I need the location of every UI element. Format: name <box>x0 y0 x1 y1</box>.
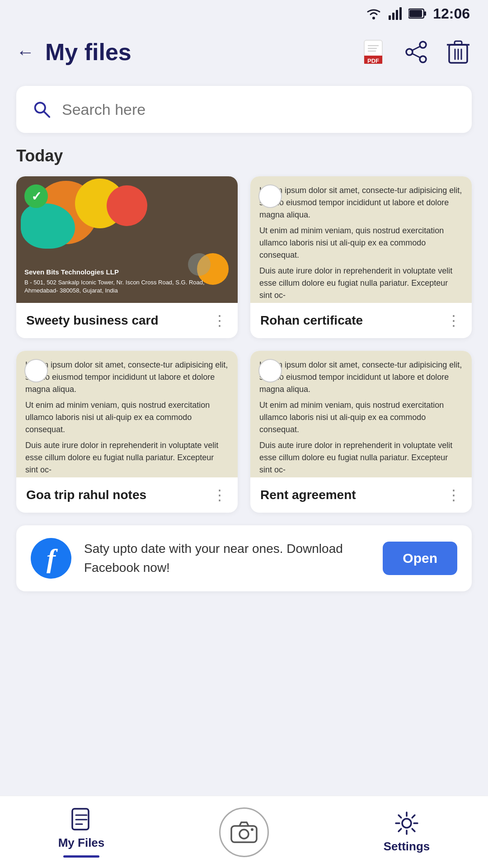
svg-rect-7 <box>409 10 422 17</box>
camera-button[interactable] <box>219 807 269 857</box>
facebook-icon: f <box>31 538 71 579</box>
delete-icon <box>447 39 469 65</box>
pdf-icon: PDF <box>363 39 387 65</box>
back-button[interactable]: ← <box>16 42 34 62</box>
card3-menu[interactable]: ⋮ <box>212 486 228 504</box>
svg-point-16 <box>420 56 426 62</box>
card2-title: Rohan certificate <box>260 313 363 328</box>
nav-my-files[interactable]: My Files <box>0 807 163 858</box>
my-files-label: My Files <box>58 836 105 850</box>
svg-line-18 <box>413 54 420 57</box>
svg-rect-3 <box>396 10 398 20</box>
card1-menu[interactable]: ⋮ <box>212 312 228 329</box>
card2-content: Lorem ipsum dolor sit amet, consecte-tur… <box>259 184 463 302</box>
card-rohan-certificate: Lorem ipsum dolor sit amet, consecte-tur… <box>250 176 472 338</box>
status-icons: 12:06 <box>365 5 470 22</box>
status-bar: 12:06 <box>0 0 488 27</box>
ad-banner: f Saty upto date with your near ones. Do… <box>16 525 472 591</box>
card-goa-trip: Lorem ipsum dolor sit amet, consecte-tur… <box>16 351 238 513</box>
svg-point-34 <box>402 819 411 828</box>
search-bar[interactable] <box>16 86 472 133</box>
card3-preview: Lorem ipsum dolor sit amet, consecte-tur… <box>16 351 238 477</box>
cards-grid: Seven Bits Technologies LLP B - 501, 502… <box>16 176 472 513</box>
ad-text: Saty upto date with your near ones. Down… <box>84 539 370 577</box>
svg-point-33 <box>251 828 253 831</box>
header: ← My files PDF <box>0 27 488 77</box>
card3-footer: Goa trip rahul notes ⋮ <box>16 477 238 513</box>
card4-preview: Lorem ipsum dolor sit amet, consecte-tur… <box>250 351 472 477</box>
delete-button[interactable] <box>445 38 472 66</box>
header-left: ← My files <box>16 38 131 66</box>
battery-icon <box>408 8 427 19</box>
share-icon <box>405 40 428 64</box>
card1-checkbox[interactable] <box>24 184 48 208</box>
card1-title: Sweety business card <box>26 313 159 328</box>
card4-title: Rent agreement <box>260 488 356 502</box>
card4-content: Lorem ipsum dolor sit amet, consecte-tur… <box>259 359 463 476</box>
svg-text:PDF: PDF <box>367 57 379 64</box>
card4-checkbox[interactable] <box>258 359 282 382</box>
signal-icon <box>389 7 402 20</box>
nav-settings[interactable]: Settings <box>325 811 488 854</box>
settings-icon <box>394 811 419 836</box>
card-sweety-business-card: Seven Bits Technologies LLP B - 501, 502… <box>16 176 238 338</box>
svg-point-15 <box>406 49 413 55</box>
card1-preview: Seven Bits Technologies LLP B - 501, 502… <box>16 176 238 303</box>
svg-rect-4 <box>399 7 402 20</box>
search-icon <box>33 99 51 119</box>
svg-point-32 <box>239 830 249 839</box>
search-input[interactable] <box>62 101 455 118</box>
card3-content: Lorem ipsum dolor sit amet, consecte-tur… <box>25 359 229 476</box>
my-files-icon <box>70 807 93 832</box>
card3-title: Goa trip rahul notes <box>26 488 146 502</box>
business-card-text: Seven Bits Technologies LLP B - 501, 502… <box>24 267 230 295</box>
page-title: My files <box>45 38 131 66</box>
nav-active-indicator <box>63 855 99 858</box>
card3-checkbox[interactable] <box>24 359 48 382</box>
card2-checkbox[interactable] <box>258 184 282 208</box>
svg-line-17 <box>413 47 420 50</box>
card4-footer: Rent agreement ⋮ <box>250 477 472 513</box>
svg-rect-6 <box>424 11 426 16</box>
svg-rect-2 <box>392 13 394 20</box>
nav-camera[interactable] <box>163 807 325 857</box>
svg-rect-1 <box>389 15 391 20</box>
header-actions: PDF <box>361 38 472 66</box>
card1-footer: Sweety business card ⋮ <box>16 303 238 338</box>
pdf-button[interactable]: PDF <box>361 38 389 66</box>
wifi-icon <box>365 7 382 20</box>
card4-menu[interactable]: ⋮ <box>446 486 462 504</box>
svg-rect-31 <box>231 826 257 842</box>
bottom-nav: My Files Settings <box>0 796 488 868</box>
card-rent-agreement: Lorem ipsum dolor sit amet, consecte-tur… <box>250 351 472 513</box>
share-button[interactable] <box>403 38 430 66</box>
card2-footer: Rohan certificate ⋮ <box>250 303 472 338</box>
svg-point-14 <box>420 42 426 48</box>
camera-icon <box>230 821 258 844</box>
card2-preview: Lorem ipsum dolor sit amet, consecte-tur… <box>250 176 472 303</box>
svg-line-26 <box>44 112 49 117</box>
card2-menu[interactable]: ⋮ <box>446 312 462 329</box>
section-today-label: Today <box>16 146 472 165</box>
settings-label: Settings <box>384 840 430 854</box>
svg-rect-21 <box>455 41 462 45</box>
svg-point-0 <box>372 17 375 19</box>
status-time: 12:06 <box>433 5 470 22</box>
open-button[interactable]: Open <box>383 542 457 575</box>
